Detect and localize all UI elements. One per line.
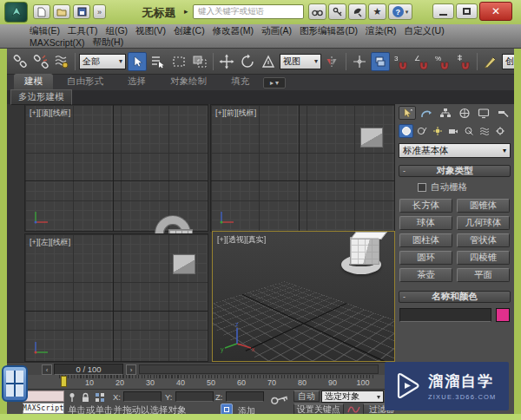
maxscript-listener-label[interactable]: MAXScript [23, 403, 64, 414]
edit-named-selection-icon[interactable] [481, 52, 500, 71]
communication-center-icon[interactable] [348, 3, 366, 20]
mirror-icon[interactable] [323, 52, 342, 71]
key-tool-icon[interactable] [328, 3, 346, 20]
viewport-left-label[interactable]: [+][左][线框] [30, 237, 70, 248]
box-object-left-view[interactable] [173, 254, 195, 274]
cone-button[interactable]: 圆锥体 [457, 199, 510, 213]
window-crossing-toggle-icon[interactable] [190, 52, 209, 71]
viewport-front[interactable]: [+][前][线框] [210, 104, 395, 232]
viewport-perspective-label[interactable]: [+][透视][真实] [217, 234, 266, 246]
open-file-button[interactable] [53, 4, 70, 19]
save-file-button[interactable] [73, 4, 90, 19]
frame-counter[interactable]: 0 / 100 [54, 364, 123, 375]
tab-hierarchy[interactable] [437, 106, 454, 120]
polygon-modeling-panel-button[interactable]: 多边形建模 [10, 89, 72, 105]
app-logo-icon[interactable] [4, 2, 28, 23]
menu-create[interactable]: 创建(C) [174, 25, 205, 37]
category-systems[interactable] [492, 124, 507, 138]
help-button[interactable]: ? ▾ [388, 3, 412, 20]
viewport-layout-button[interactable] [2, 365, 28, 402]
menu-customize[interactable]: 自定义(U) [405, 25, 445, 37]
plane-button[interactable]: 平面 [457, 268, 510, 282]
reference-coordinate-dropdown[interactable]: 视图 ▾ [280, 54, 321, 69]
menu-rendering[interactable]: 渲染(R) [366, 25, 397, 37]
menu-maxscript[interactable]: MAXScript(X) [30, 37, 85, 48]
select-object-button[interactable] [128, 52, 147, 71]
object-type-rollout-header[interactable]: - 对象类型 [399, 165, 511, 177]
menu-edit[interactable]: 编辑(E) [30, 25, 60, 37]
select-and-link-icon[interactable] [10, 52, 30, 71]
spinner-snap-toggle-icon[interactable] [454, 52, 473, 71]
viewport-front-label[interactable]: [+][前][线框] [215, 108, 256, 119]
snap-toggle-3d-icon[interactable]: 3 [392, 52, 411, 71]
bind-to-space-warp-icon[interactable] [52, 52, 71, 71]
category-lights[interactable] [430, 124, 445, 138]
menu-group[interactable]: 组(G) [105, 25, 128, 37]
select-and-rotate-icon[interactable] [238, 52, 257, 71]
category-cameras[interactable] [445, 124, 460, 138]
menu-graph-editors[interactable]: 图形编辑器(D) [300, 25, 358, 37]
menu-tools[interactable]: 工具(T) [68, 25, 97, 37]
ribbon-tab-object-paint[interactable]: 对象绘制 [160, 74, 217, 90]
ribbon-tab-selection[interactable]: 选择 [117, 74, 156, 90]
close-button[interactable]: ✕ [479, 2, 512, 21]
box-button[interactable]: 长方体 [399, 199, 452, 213]
auto-key-button[interactable]: 自动 [293, 390, 320, 402]
layer-manager-button[interactable] [371, 52, 390, 71]
search-flyout-icon[interactable]: ▸ [184, 7, 188, 16]
viewport-top-label[interactable]: [+][顶][线框] [30, 108, 70, 119]
set-key-key-icon[interactable] [269, 391, 290, 407]
cylinder-button[interactable]: 圆柱体 [399, 233, 452, 247]
tab-utilities[interactable] [494, 106, 511, 120]
viewport-top[interactable]: [+][顶][线框] [24, 104, 208, 232]
time-slider-handle[interactable] [61, 376, 67, 387]
autogrid-checkbox[interactable] [418, 183, 426, 192]
category-geometry[interactable] [399, 124, 413, 138]
geosphere-button[interactable]: 几何球体 [457, 216, 510, 230]
previous-frame-button[interactable]: ‹ [42, 364, 52, 375]
percent-snap-toggle-icon[interactable]: % [433, 52, 452, 71]
align-icon[interactable] [350, 52, 369, 71]
selection-lock-icon[interactable] [81, 392, 90, 403]
search-input[interactable]: 键入关键字或短语 [193, 4, 304, 19]
menu-animation[interactable]: 动画(A) [261, 25, 292, 37]
primitive-category-dropdown[interactable]: 标准基本体 ▾ [399, 143, 511, 158]
viewport-left[interactable]: [+][左][线框] [24, 233, 208, 362]
viewport-perspective-active[interactable]: [+][透视][真实] x y z [212, 231, 395, 362]
ribbon-tab-populate[interactable]: 填充 [221, 74, 260, 90]
minimize-button[interactable] [432, 3, 454, 19]
y-coordinate-field[interactable] [175, 391, 214, 402]
box-object-perspective[interactable] [350, 237, 379, 265]
selected-objects-dropdown[interactable]: 选定对象 ▾ [321, 390, 384, 403]
category-space-warps[interactable] [477, 124, 491, 138]
sphere-button[interactable]: 球体 [399, 216, 452, 230]
selection-filter-dropdown[interactable]: 全部 ▾ [79, 54, 126, 69]
favorites-star-icon[interactable]: ★ [368, 3, 386, 20]
rectangular-selection-region-icon[interactable] [169, 52, 188, 71]
name-color-rollout-header[interactable]: - 名称和颜色 [399, 291, 511, 303]
z-coordinate-field[interactable] [226, 391, 264, 402]
isolate-selection-pin-icon[interactable] [68, 392, 76, 403]
unlink-selection-icon[interactable] [31, 52, 50, 71]
track-bar-lane[interactable] [139, 364, 379, 374]
select-by-name-icon[interactable] [148, 52, 168, 71]
select-and-scale-icon[interactable] [259, 52, 278, 71]
quick-access-more-button[interactable]: » [93, 4, 106, 19]
teapot-button[interactable]: 茶壶 [399, 268, 452, 282]
search-binoculars-icon[interactable] [308, 3, 326, 20]
ribbon-options-button[interactable]: ▸ ▾ [263, 77, 286, 89]
object-color-swatch[interactable] [496, 308, 510, 322]
menu-modifiers[interactable]: 修改器(M) [213, 25, 254, 37]
ribbon-tab-modeling[interactable]: 建模 [14, 74, 53, 90]
menu-views[interactable]: 视图(V) [135, 25, 166, 37]
category-shapes[interactable] [414, 124, 429, 138]
torus-button[interactable]: 圆环 [399, 251, 452, 265]
x-coordinate-field[interactable] [123, 391, 162, 402]
angle-snap-toggle-icon[interactable]: ∠ [412, 52, 432, 71]
select-and-move-icon[interactable] [217, 52, 236, 71]
tab-display[interactable] [475, 106, 492, 120]
absolute-offset-mode-icon[interactable] [95, 392, 106, 403]
key-filters-curve-icon[interactable] [347, 404, 361, 414]
ribbon-tab-freeform[interactable]: 自由形式 [56, 74, 114, 90]
category-helpers[interactable] [461, 124, 476, 138]
